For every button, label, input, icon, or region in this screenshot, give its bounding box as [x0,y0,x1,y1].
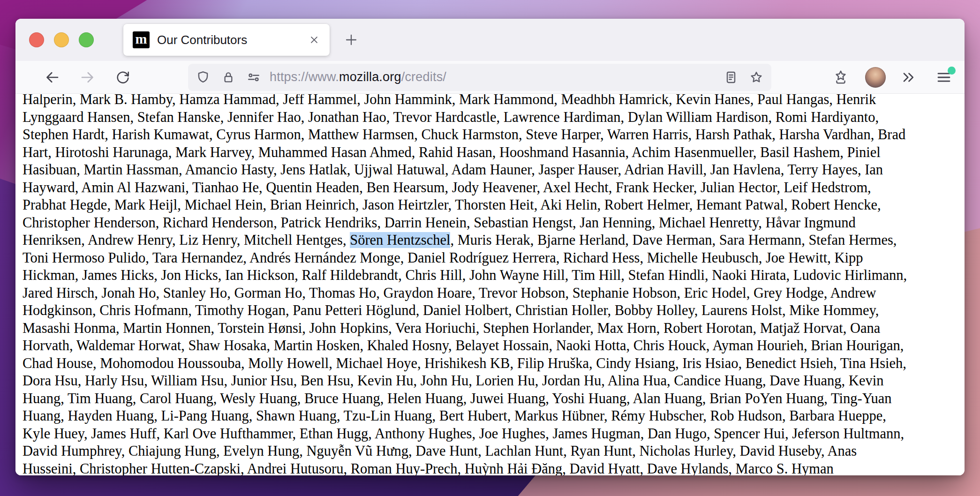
credits-line: Husseini, Christopher Hutten-Czapski, An… [23,460,957,476]
new-tab-button[interactable] [344,32,359,47]
mozilla-favicon: m [133,31,150,48]
credits-line: Christopher Henderson, Richard Henderson… [23,214,957,232]
credits-line: Horvath, Waldemar Horwat, Shaw Hosaka, M… [23,337,957,355]
selected-text: Sören Hentzschel [350,232,450,248]
credits-line: Prabhat Hegde, Mark Heijl, Michael Hein,… [23,196,957,214]
reader-mode-icon[interactable] [724,70,739,85]
browser-window: m Our Contributors [15,19,965,475]
forward-button[interactable] [79,69,96,86]
menu-notification-badge [948,67,956,75]
credits-line: Stephen Hardt, Harish Kumawat, Cyrus Har… [23,126,957,144]
tracking-protection-shield-icon[interactable] [196,70,211,85]
permissions-icon[interactable] [246,70,261,85]
url-bar[interactable]: https://www.mozilla.org/credits/ [188,64,771,91]
tab-strip: m Our Contributors [15,19,965,61]
url-path: /credits/ [401,70,446,84]
tab-title: Our Contributors [157,33,301,47]
close-window-button[interactable] [29,32,44,47]
credits-line: Halperin, Mark B. Hamby, Hamza Hammad, J… [23,94,957,109]
url-domain: mozilla.org [339,70,401,84]
credits-line: Masashi Honma, Martin Honnen, Torstein H… [23,320,957,338]
credits-line: Toni Hermoso Pulido, Tara Hernandez, And… [23,249,957,267]
app-menu-button[interactable] [935,69,952,86]
credits-line: Lynggaard Hansen, Stefan Hanske, Jennife… [23,109,957,127]
credits-line: Chad House, Mohomodou Houssouba, Molly H… [23,355,957,373]
credits-line: Kyle Huey, James Huff, Karl Ove Hufthamm… [23,425,957,443]
back-button[interactable] [44,69,60,86]
credits-line: Hasibuan, Martin Hassman, Amancio Hasty,… [23,161,957,179]
credits-line: Jared Hirsch, Jonah Ho, Stanley Ho, Gorm… [23,285,957,302]
minimize-window-button[interactable] [54,32,69,47]
connection-lock-icon[interactable] [221,70,236,85]
url-text[interactable]: https://www.mozilla.org/credits/ [270,70,720,84]
tab-our-contributors[interactable]: m Our Contributors [123,24,330,56]
navigation-toolbar: https://www.mozilla.org/credits/ [15,61,965,94]
credits-line: Henriksen, Andrew Henry, Liz Henry, Mitc… [23,232,957,249]
overflow-chevrons-icon[interactable] [900,69,917,86]
credits-line: David Humphrey, Chiajung Hung, Evelyn Hu… [23,443,957,460]
account-avatar[interactable] [865,67,886,88]
credits-line: Hickman, James Hicks, Jon Hicks, Ian Hic… [23,267,957,285]
credits-line: Dora Hsu, Harly Hsu, William Hsu, Junior… [23,372,957,390]
reload-button[interactable] [115,69,131,85]
credits-line: Hart, Hirotoshi Harunaga, Mark Harvey, M… [23,144,957,162]
bookmark-star-icon[interactable] [749,70,764,85]
zoom-window-button[interactable] [79,32,94,47]
credits-line: Hayward, Amin Al Hazwani, Tianhao He, Qu… [23,179,957,197]
tab-close-icon[interactable] [308,34,320,46]
credits-line: Hodgkinson, Chris Hofmann, Timothy Hogan… [23,302,957,320]
credits-text: Halperin, Mark B. Hamby, Hamza Hammad, J… [23,94,957,475]
credits-line: Huang, Tim Huang, Carol Huang, Wesly Hua… [23,390,957,408]
toolbar-right-cluster [832,67,965,88]
window-controls [29,32,94,47]
save-to-bookmarks-star-tray-icon[interactable] [832,69,849,86]
page-content: Halperin, Mark B. Hamby, Hamza Hammad, J… [15,94,965,475]
url-scheme: https://www. [270,70,339,84]
credits-line: Huang, Hayden Huang, Li-Pang Huang, Shaw… [23,407,957,425]
